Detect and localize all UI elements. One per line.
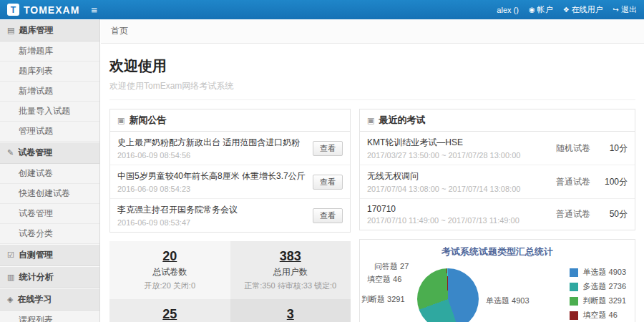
stat-number-link[interactable]: 25 <box>162 307 177 322</box>
news-item-date: 2016-06-09 08:54:23 <box>117 185 306 193</box>
sidebar-item-bank-list[interactable]: 题库列表 <box>0 62 99 82</box>
sidebar-header-label: 试卷管理 <box>18 147 52 159</box>
exam-period: 2017/03/27 13:50:00 ~ 2017/07/28 13:00:0… <box>367 151 556 160</box>
sidebar-item-course-list[interactable]: 课程列表 <box>0 311 99 322</box>
news-panel-title: 新闻公告 <box>129 114 166 127</box>
stats-grid: 20 总试卷数 开放:20 关闭:0 383 总用户数 正常:350 待审核:3… <box>109 241 351 322</box>
legend-item-fill-blank[interactable]: 填空题 46 <box>570 310 626 321</box>
stat-number-link[interactable]: 383 <box>280 249 301 264</box>
account-icon: ◉ <box>529 6 535 14</box>
news-row: 中国5岁男童较40年前长高8厘米 体重增长3.7公斤 2016-06-09 08… <box>110 165 350 199</box>
chart-legend: 单选题 4903 多选题 2736 判断题 3291 <box>570 267 626 322</box>
view-news-button[interactable]: 查看 <box>313 175 343 190</box>
legend-item-multi-choice[interactable]: 多选题 2736 <box>570 281 626 292</box>
sidebar-section-statistics: ▥ 统计分析 <box>0 266 99 288</box>
stat-number-link[interactable]: 3 <box>287 307 294 322</box>
news-item-date: 2016-06-09 08:53:47 <box>117 218 238 227</box>
stat-total-users: 383 总用户数 正常:350 待审核:33 锁定:0 <box>230 241 351 299</box>
legend-swatch <box>570 311 578 320</box>
logout-link[interactable]: ↪退出 <box>613 4 637 15</box>
sidebar-section-question-bank: ▤ 题库管理 新增题库 题库列表 新增试题 批量导入试题 管理试题 <box>0 19 99 142</box>
legend-swatch <box>570 297 578 306</box>
news-item-title[interactable]: 李克强主持召开国务院常务会议 <box>117 204 238 216</box>
exam-period: 2017/07/04 13:08:00 ~ 2017/07/14 13:08:0… <box>367 185 556 193</box>
sidebar: ▤ 题库管理 新增题库 题库列表 新增试题 批量导入试题 管理试题 ✎ 试卷管理… <box>0 19 100 322</box>
sidebar-header-paper[interactable]: ✎ 试卷管理 <box>0 142 99 164</box>
exams-icon: ▣ <box>367 116 374 125</box>
legend-swatch <box>570 268 578 277</box>
news-item-title[interactable]: 史上最严奶粉配方新政出台 适用范围含进口奶粉 <box>117 137 300 149</box>
brand-title: TOMEXAM <box>24 4 79 16</box>
chart-title: 考试系统试题类型汇总统计 <box>360 245 635 258</box>
pie-label-single-choice: 单选题 4903 <box>486 296 530 306</box>
sidebar-section-paper: ✎ 试卷管理 创建试卷 快速创建试卷 试卷管理 试卷分类 <box>0 142 99 244</box>
exam-type: 随机试卷 <box>556 142 597 155</box>
exam-period: 2017/07/10 11:49:00 ~ 2017/07/13 11:49:0… <box>367 216 556 225</box>
online-users-label: 在线用户 <box>572 4 603 15</box>
sidebar-item-paper-category[interactable]: 试卷分类 <box>0 224 99 244</box>
app-logo-icon: T <box>7 4 19 16</box>
sidebar-header-statistics[interactable]: ▥ 统计分析 <box>0 266 99 288</box>
view-news-button[interactable]: 查看 <box>313 208 343 223</box>
sidebar-item-import-questions[interactable]: 批量导入试题 <box>0 102 99 122</box>
online-users-link[interactable]: ❖在线用户 <box>563 4 603 15</box>
breadcrumb: 首页 <box>101 19 644 44</box>
sidebar-item-quick-create-paper[interactable]: 快速创建试卷 <box>0 184 99 204</box>
exam-name: 170710 <box>367 204 556 214</box>
recent-exams-title: 最近的考试 <box>379 114 425 127</box>
exam-name: 无线无权调问 <box>367 170 556 182</box>
chart-area: 问答题 27 填空题 46 判断题 3291 单选题 4903 多选题 2736… <box>360 260 635 322</box>
sidebar-header-selftest[interactable]: ☑ 自测管理 <box>0 244 99 266</box>
sidebar-header-question-bank[interactable]: ▤ 题库管理 <box>0 19 99 42</box>
menu-toggle-icon[interactable]: ≡ <box>91 4 97 16</box>
legend-item-true-false[interactable]: 判断题 3291 <box>570 296 626 306</box>
page-subtitle: 欢迎使用TomExam网络考试系统 <box>109 80 635 100</box>
news-row: 李克强主持召开国务院常务会议 2016-06-09 08:53:47 查看 <box>110 199 350 232</box>
news-panel-header: ▣ 新闻公告 <box>110 109 350 132</box>
sidebar-section-learning: ◈ 在线学习 课程列表 课程分类列表 讲师列表 <box>0 288 99 322</box>
sidebar-item-new-question[interactable]: 新增试题 <box>0 82 99 102</box>
main-area: 首页 欢迎使用 欢迎使用TomExam网络考试系统 ▣ 新闻公告 史上最严奶粉配… <box>101 19 644 322</box>
view-news-button[interactable]: 查看 <box>313 141 343 156</box>
sidebar-item-paper-manage[interactable]: 试卷管理 <box>0 204 99 224</box>
stat-number-link[interactable]: 20 <box>162 249 177 264</box>
stat-total-papers: 20 总试卷数 开放:20 关闭:0 <box>109 241 230 299</box>
sidebar-section-selftest: ☑ 自测管理 <box>0 244 99 266</box>
legend-label: 多选题 2736 <box>582 281 626 292</box>
legend-swatch <box>570 283 578 291</box>
learning-icon: ◈ <box>7 295 13 304</box>
account-label: 帐户 <box>537 4 553 15</box>
sidebar-header-label: 自测管理 <box>19 249 53 261</box>
sidebar-item-manage-questions[interactable]: 管理试题 <box>0 122 99 142</box>
pie-label-fill-blank: 填空题 46 <box>367 274 401 285</box>
breadcrumb-home-link[interactable]: 首页 <box>111 26 128 36</box>
logout-label: 退出 <box>621 4 637 15</box>
sidebar-item-new-bank[interactable]: 新增题库 <box>0 42 99 62</box>
user-link[interactable]: alex () <box>497 6 519 14</box>
question-bank-icon: ▤ <box>7 26 14 35</box>
selftest-icon: ☑ <box>7 250 14 260</box>
recent-exams-header: ▣ 最近的考试 <box>360 109 635 132</box>
sidebar-item-create-paper[interactable]: 创建试卷 <box>0 164 99 184</box>
sidebar-header-learning[interactable]: ◈ 在线学习 <box>0 288 99 311</box>
right-column: ▣ 最近的考试 KMT轮训结业考试—HSE 2017/03/27 13:50:0… <box>359 109 635 322</box>
stat-total-banks: 25 总题库数 开放:24 关闭:1 <box>109 299 230 322</box>
pie-chart[interactable] <box>417 268 479 322</box>
stat-total-courses: 3 总课程数 开放:3 关闭:0 <box>230 299 351 322</box>
exam-type: 普通试卷 <box>556 176 597 188</box>
news-item-date: 2016-06-09 08:54:56 <box>117 151 300 160</box>
account-link[interactable]: ◉帐户 <box>529 4 553 15</box>
logo-letter: T <box>11 5 16 15</box>
legend-label: 填空题 46 <box>582 310 617 321</box>
exam-type: 普通试卷 <box>556 208 597 220</box>
stat-label: 总用户数 <box>235 266 347 278</box>
stat-detail: 开放:20 关闭:0 <box>114 280 226 291</box>
legend-item-single-choice[interactable]: 单选题 4903 <box>570 267 626 278</box>
stat-detail: 正常:350 待审核:33 锁定:0 <box>235 280 347 291</box>
exam-row: 无线无权调问 2017/07/04 13:08:00 ~ 2017/07/14 … <box>360 165 635 199</box>
news-item-title[interactable]: 中国5岁男童较40年前长高8厘米 体重增长3.7公斤 <box>117 170 306 182</box>
sidebar-header-label: 在线学习 <box>17 293 52 306</box>
paper-icon: ✎ <box>7 148 14 157</box>
exam-row: 170710 2017/07/10 11:49:00 ~ 2017/07/13 … <box>360 199 635 230</box>
exam-name: KMT轮训结业考试—HSE <box>367 137 556 149</box>
